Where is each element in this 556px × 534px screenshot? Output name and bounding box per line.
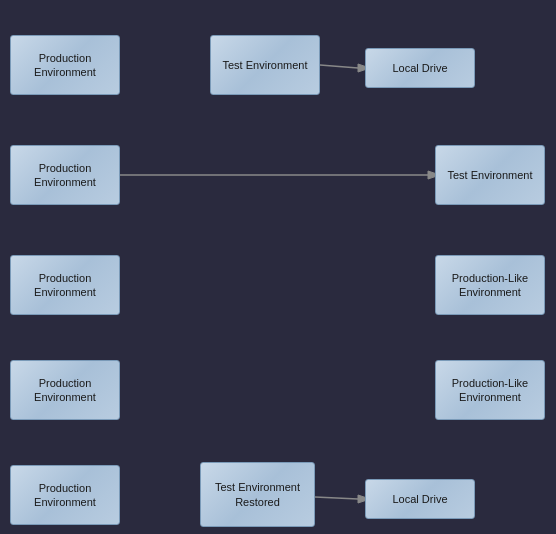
row4-prod-node: Production Environment — [10, 360, 120, 420]
row2-test-node: Test Environment — [435, 145, 545, 205]
row5-test-restored-node: Test Environment Restored — [200, 462, 315, 527]
row3-prod-node: Production Environment — [10, 255, 120, 315]
diagram-area: Production Environment Test Environment … — [0, 0, 556, 534]
svg-line-4 — [315, 497, 358, 499]
row1-prod-node: Production Environment — [10, 35, 120, 95]
row5-prod-node: Production Environment — [10, 465, 120, 525]
row1-local-node: Local Drive — [365, 48, 475, 88]
row2-prod-node: Production Environment — [10, 145, 120, 205]
row3-plike-node: Production-Like Environment — [435, 255, 545, 315]
row5-local-node: Local Drive — [365, 479, 475, 519]
row1-test-node: Test Environment — [210, 35, 320, 95]
svg-line-0 — [320, 65, 358, 68]
row4-plike-node: Production-Like Environment — [435, 360, 545, 420]
